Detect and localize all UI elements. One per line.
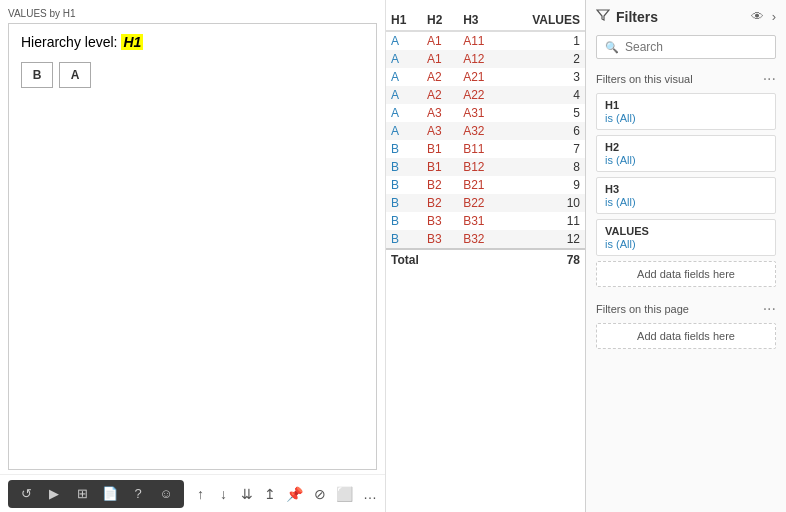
filter-card-value: is (All) — [605, 154, 767, 166]
filters-eye-icon[interactable]: 👁 — [751, 9, 764, 24]
section-page-row: Filters on this page ··· — [596, 301, 776, 317]
filter-card-label: VALUES — [605, 225, 767, 237]
cell-h1: B — [386, 158, 422, 176]
toolbar-icon-more[interactable]: … — [363, 484, 377, 504]
toolbar-icon-down-all[interactable]: ⇊ — [240, 484, 253, 504]
table-panel: H1 H2 H3 VALUES A A1 A11 1 A A1 A12 2 A … — [385, 0, 585, 512]
add-fields-page-btn[interactable]: Add data fields here — [596, 323, 776, 349]
toolbar-icon-reset[interactable]: ↺ — [16, 484, 36, 504]
cell-h3: A11 — [458, 31, 503, 50]
toolbar-icon-up[interactable]: ↑ — [194, 484, 207, 504]
filter-card-label: H1 — [605, 99, 767, 111]
cell-val: 11 — [503, 212, 585, 230]
cell-val: 1 — [503, 31, 585, 50]
toolbar-icon-table[interactable]: ⊞ — [72, 484, 92, 504]
cell-h3: A21 — [458, 68, 503, 86]
cell-h2: A2 — [422, 68, 458, 86]
hierarchy-label: Hierarchy level: H1 — [21, 34, 364, 50]
hierarchy-prefix: Hierarchy level: — [21, 34, 121, 50]
cell-h1: B — [386, 230, 422, 249]
toolbar-icon-help[interactable]: ? — [128, 484, 148, 504]
toolbar-icon-emoji[interactable]: ☺ — [156, 484, 176, 504]
cell-h2: A2 — [422, 86, 458, 104]
cell-val: 12 — [503, 230, 585, 249]
filters-on-page: Filters on this page ··· Add data fields… — [596, 301, 776, 359]
cell-val: 6 — [503, 122, 585, 140]
section-page-more[interactable]: ··· — [763, 301, 776, 317]
cell-h1: A — [386, 68, 422, 86]
toolbar-icon-play[interactable]: ▶ — [44, 484, 64, 504]
cell-h3: B21 — [458, 176, 503, 194]
cell-h1: A — [386, 122, 422, 140]
filters-title: Filters — [596, 8, 658, 25]
table-row: A A3 A31 5 — [386, 104, 585, 122]
search-box[interactable]: 🔍 — [596, 35, 776, 59]
search-input[interactable] — [625, 40, 767, 54]
cell-h1: B — [386, 140, 422, 158]
table-row: B B2 B21 9 — [386, 176, 585, 194]
cell-val: 8 — [503, 158, 585, 176]
filter-card[interactable]: H2 is (All) — [596, 135, 776, 172]
table-row: A A3 A32 6 — [386, 122, 585, 140]
cell-h3: B11 — [458, 140, 503, 158]
cell-h1: A — [386, 104, 422, 122]
total-row: Total 78 — [386, 249, 585, 270]
filter-card[interactable]: H3 is (All) — [596, 177, 776, 214]
cell-h2: A3 — [422, 122, 458, 140]
btn-a[interactable]: A — [59, 62, 91, 88]
toolbar-icon-down[interactable]: ↓ — [217, 484, 230, 504]
cell-h3: B22 — [458, 194, 503, 212]
toolbar-icon-filter[interactable]: ⊘ — [313, 484, 326, 504]
section-visual-row: Filters on this visual ··· — [596, 71, 776, 87]
cell-h1: B — [386, 212, 422, 230]
filter-card-label: H3 — [605, 183, 767, 195]
cell-h2: A3 — [422, 104, 458, 122]
table-row: B B3 B31 11 — [386, 212, 585, 230]
filters-chevron-icon[interactable]: › — [772, 9, 776, 24]
cell-h3: A22 — [458, 86, 503, 104]
cell-val: 9 — [503, 176, 585, 194]
col-h1: H1 — [386, 10, 422, 31]
cell-h2: B2 — [422, 176, 458, 194]
col-h2: H2 — [422, 10, 458, 31]
toolbar-icon-frame[interactable]: ⬜ — [336, 484, 353, 504]
filters-header: Filters 👁 › — [596, 8, 776, 25]
cell-h1: A — [386, 86, 422, 104]
filter-card-value: is (All) — [605, 196, 767, 208]
toolbar-dark-group: ↺ ▶ ⊞ 📄 ? ☺ — [8, 480, 184, 508]
cell-val: 10 — [503, 194, 585, 212]
toolbar-icon-pin[interactable]: 📌 — [286, 484, 303, 504]
table-row: B B1 B12 8 — [386, 158, 585, 176]
table-row: B B1 B11 7 — [386, 140, 585, 158]
cell-val: 3 — [503, 68, 585, 86]
cell-val: 4 — [503, 86, 585, 104]
total-value: 78 — [503, 249, 585, 270]
cell-val: 7 — [503, 140, 585, 158]
col-h3: H3 — [458, 10, 503, 31]
filter-card[interactable]: VALUES is (All) — [596, 219, 776, 256]
left-visual-panel: VALUES by H1 Hierarchy level: H1 B A ↺ ▶… — [0, 0, 385, 512]
cell-h2: B1 — [422, 140, 458, 158]
table-row: A A2 A22 4 — [386, 86, 585, 104]
add-fields-visual-btn[interactable]: Add data fields here — [596, 261, 776, 287]
filter-card-label: H2 — [605, 141, 767, 153]
btn-b[interactable]: B — [21, 62, 53, 88]
table-row: A A1 A11 1 — [386, 31, 585, 50]
toolbar: ↺ ▶ ⊞ 📄 ? ☺ ↑ ↓ ⇊ ↥ 📌 ⊘ ⬜ … — [0, 474, 385, 512]
filter-card-value: is (All) — [605, 238, 767, 250]
cell-h3: B31 — [458, 212, 503, 230]
cell-h2: B2 — [422, 194, 458, 212]
data-table: H1 H2 H3 VALUES A A1 A11 1 A A1 A12 2 A … — [386, 10, 585, 270]
toolbar-icon-collapse[interactable]: ↥ — [263, 484, 276, 504]
section-visual-more[interactable]: ··· — [763, 71, 776, 87]
cell-h3: A12 — [458, 50, 503, 68]
cell-val: 5 — [503, 104, 585, 122]
table-row: B B3 B32 12 — [386, 230, 585, 249]
section-page-label: Filters on this page — [596, 303, 689, 315]
total-label: Total — [386, 249, 503, 270]
table-row: A A2 A21 3 — [386, 68, 585, 86]
toolbar-icon-doc[interactable]: 📄 — [100, 484, 120, 504]
cell-h1: B — [386, 176, 422, 194]
section-visual-label: Filters on this visual — [596, 73, 693, 85]
filter-card[interactable]: H1 is (All) — [596, 93, 776, 130]
